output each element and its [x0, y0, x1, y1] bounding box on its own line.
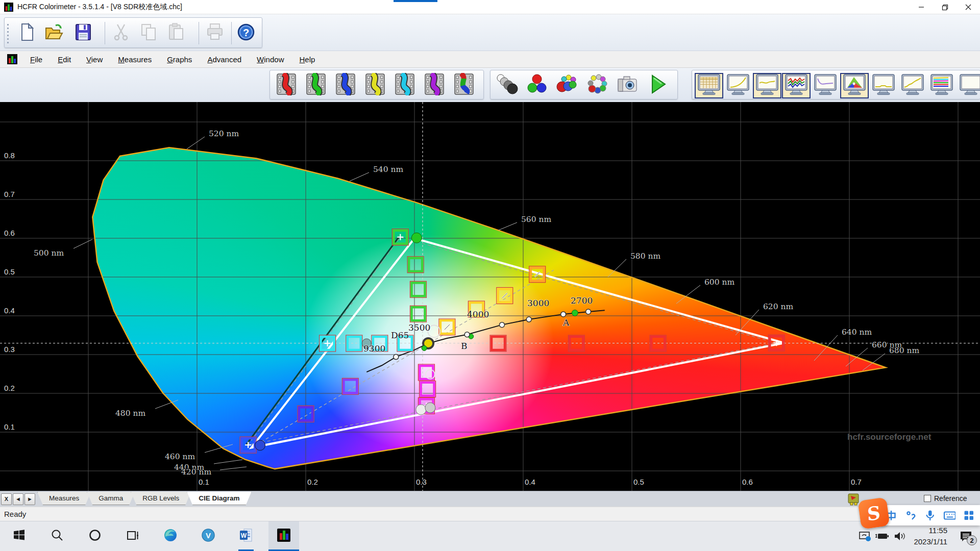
cut-icon [111, 22, 131, 44]
measure-primaries-button[interactable] [525, 73, 549, 97]
view-gamma-rising-icon [901, 74, 924, 97]
cct-node [526, 317, 531, 322]
cct-node [561, 312, 566, 317]
film-buttons-group [270, 70, 484, 99]
run-measures-button[interactable] [645, 73, 670, 97]
measure-blue-button[interactable] [333, 73, 358, 97]
prev-tab-button[interactable]: ◄ [13, 493, 23, 505]
close-button[interactable] [957, 0, 980, 14]
toolbar-grip[interactable] [7, 23, 9, 43]
taskbar-task-view-button[interactable] [117, 521, 148, 551]
close-view-button[interactable]: X [1, 493, 12, 505]
open-file-button[interactable] [42, 22, 65, 44]
taskbar-search-button[interactable] [42, 521, 72, 551]
menu-advanced[interactable]: Advanced [200, 51, 249, 68]
menu-window[interactable]: Window [249, 51, 291, 68]
measure-secondaries-button[interactable] [555, 73, 579, 97]
sogou-ime-bar[interactable]: S [860, 499, 980, 528]
menu-help[interactable]: Help [291, 51, 323, 68]
measure-cyan-button[interactable] [393, 73, 417, 97]
restore-button[interactable] [933, 0, 957, 14]
menu-file[interactable]: File [22, 51, 50, 68]
wavelength-label: 500 nm [34, 248, 64, 258]
tab-cie-diagram[interactable]: CIE Diagram [187, 492, 251, 505]
menu-edit[interactable]: Edit [50, 51, 79, 68]
gray-dot [416, 405, 426, 415]
tab-measures[interactable]: Measures [37, 492, 91, 505]
cortana-icon [88, 529, 102, 544]
view-color-temperature-button[interactable] [811, 73, 840, 98]
view-measures-table-button[interactable] [695, 73, 723, 98]
gray-dot [425, 403, 435, 413]
taskbar-word-button[interactable]: W [231, 521, 261, 551]
task-view-icon [126, 529, 139, 544]
svg-text:W: W [241, 532, 247, 539]
view-cie-diagram-button[interactable] [840, 73, 869, 98]
save-file-icon [73, 22, 93, 44]
view-rgb-levels-button[interactable] [782, 73, 811, 98]
measure-green-button[interactable] [304, 73, 328, 97]
next-tab-button[interactable]: ► [24, 493, 35, 505]
cct-node [464, 332, 470, 337]
help-button[interactable]: ? [235, 22, 257, 44]
save-file-button[interactable] [72, 22, 94, 44]
measure-magenta-button[interactable] [422, 73, 447, 97]
x-axis-tick: 0.4 [525, 478, 535, 486]
cie-diagram-view[interactable]: 520 nm540 nm560 nm580 nm600 nm620 nm640 … [0, 102, 980, 491]
view-gamma-curve-button[interactable] [724, 73, 752, 98]
document-icon[interactable] [7, 54, 17, 64]
tab-gamma[interactable]: Gamma [87, 492, 135, 505]
minimize-button[interactable] [910, 0, 933, 14]
print-button [204, 22, 226, 44]
measure-point-square[interactable] [348, 337, 361, 350]
tab-rgb-levels[interactable]: RGB Levels [131, 492, 191, 505]
document-tab-bar: X ◄ ► MeasuresGammaRGB LevelsCIE Diagram… [0, 491, 980, 507]
ime-voice-input-icon[interactable] [924, 509, 936, 521]
taskbar-v-app-button[interactable]: V [193, 521, 224, 551]
view-extra-button[interactable] [957, 73, 980, 98]
menu-graphs[interactable]: Graphs [159, 51, 200, 68]
menu-view[interactable]: View [79, 51, 110, 68]
snapshot-button[interactable] [615, 73, 640, 97]
view-delta-e-button[interactable] [869, 73, 898, 98]
tray-battery-icon[interactable] [874, 529, 891, 544]
measure-yellow-button[interactable] [363, 73, 387, 97]
wavelength-label: 620 nm [763, 302, 793, 311]
taskbar-start-button[interactable] [4, 521, 35, 551]
sogou-logo-icon[interactable]: S [857, 497, 890, 529]
hcfr-application-window: HCFR Colorimeter - 3.5.1.4 - [V8 SDR校准色域… [0, 0, 980, 551]
new-file-button[interactable] [16, 22, 38, 44]
taskbar-hcfr-button[interactable] [268, 521, 299, 551]
view-extra-icon [959, 74, 980, 97]
ime-toolbox-icon[interactable] [963, 509, 975, 521]
y-axis-tick: 0.6 [4, 229, 15, 237]
view-gamma-rising-button[interactable] [898, 73, 927, 98]
wavelength-label: 580 nm [630, 252, 660, 261]
wavelength-label: 420 nm [181, 467, 211, 477]
y-axis-tick: 0.1 [4, 422, 15, 431]
measure-point-square[interactable] [409, 258, 422, 271]
status-bar: Ready [0, 507, 980, 521]
tray-volume-icon[interactable] [891, 529, 909, 544]
wavelength-label: 460 nm [165, 452, 195, 461]
tray-cast-icon[interactable] [856, 529, 874, 544]
menu-measures[interactable]: Measures [110, 51, 159, 68]
svg-text:?: ? [243, 27, 249, 38]
wavelength-label: 640 nm [842, 328, 872, 337]
notification-center-button[interactable]: 2 [954, 526, 978, 546]
ime-soft-keyboard-icon[interactable] [943, 509, 955, 521]
measure-colorchecker-button[interactable] [585, 73, 609, 97]
x-axis-tick: 0.3 [416, 478, 427, 486]
view-measures-lines-button[interactable] [927, 73, 956, 98]
measure-grayscale-icon [496, 73, 518, 97]
taskbar-clock[interactable]: 11:55 2023/1/11 [914, 525, 947, 547]
taskbar-edge-button[interactable] [155, 521, 186, 551]
view-luminance-curve-button[interactable] [753, 73, 781, 98]
measure-rgb-button[interactable] [452, 73, 476, 97]
ime-punctuation-icon[interactable] [904, 509, 917, 521]
measure-red-button[interactable] [274, 73, 299, 97]
measure-grayscale-button[interactable] [495, 73, 519, 97]
taskbar-cortana-button[interactable] [80, 521, 110, 551]
y-axis-tick: 0.5 [4, 267, 15, 276]
wavelength-label: 520 nm [209, 129, 239, 138]
